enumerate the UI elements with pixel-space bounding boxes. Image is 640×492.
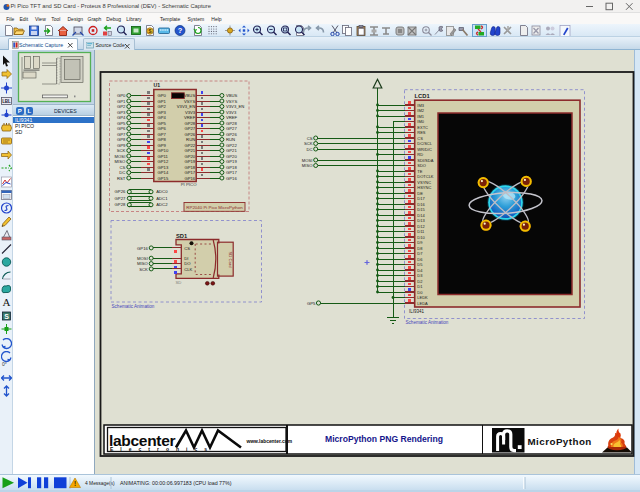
svg-text:S: S <box>4 312 9 319</box>
svg-text:4 Message(s): 4 Message(s) <box>85 481 115 486</box>
svg-text:?: ? <box>178 26 183 35</box>
svg-text:!: ! <box>74 480 76 487</box>
svg-text:ANIMATING: 00:00:06.997183 (CP: ANIMATING: 00:00:06.997183 (CPU load 77%… <box>120 480 232 486</box>
svg-text:LBL: LBL <box>2 99 11 104</box>
svg-text:A: A <box>3 296 11 308</box>
